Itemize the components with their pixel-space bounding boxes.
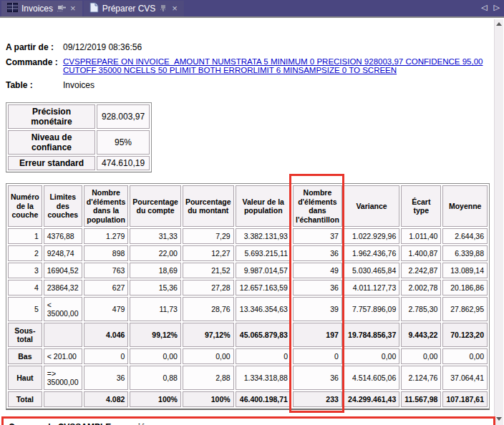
table-label: Table : (6, 80, 63, 90)
table-cell: 233 (293, 391, 342, 407)
table-cell: 16904,52 (44, 263, 82, 278)
stat-label: Précision monétaire (8, 104, 95, 129)
table-cell: 4.082 (84, 391, 129, 407)
table-cell: 9.443,22 (401, 323, 441, 347)
column-header: Nombre d'éléments dans l'échantillon (293, 185, 342, 227)
table-cell: 0 (236, 348, 291, 364)
table-cell: 39 (293, 297, 342, 321)
table-cell: 5.030.465,84 (344, 263, 399, 278)
table-cell (44, 391, 82, 407)
table-cell: 1.962.436,76 (344, 245, 399, 261)
table-cell: => 35000,00 (44, 366, 82, 390)
table-cell: 0,00 (183, 348, 234, 364)
row-label: 2 (8, 245, 42, 261)
scroll-up-icon[interactable] (496, 22, 502, 26)
table-cell: 2.124,76 (401, 366, 441, 390)
table-cell: 4.046 (84, 323, 129, 347)
document-icon (89, 2, 99, 15)
table-cell: 5.693.215,11 (236, 245, 291, 261)
pin-icon[interactable] (159, 4, 168, 14)
table-cell: 46.400.198,71 (236, 391, 291, 407)
table-cell: 27,28 (183, 280, 234, 295)
close-icon[interactable]: × (69, 5, 77, 12)
tab-preparer-cvs[interactable]: Préparer CVS × (84, 1, 184, 16)
table-cell: 3.382.131,93 (236, 228, 291, 244)
command-label: Commande : (6, 57, 63, 75)
table-cell: 4.011.127,73 (344, 280, 399, 295)
pin-icon[interactable] (57, 4, 66, 14)
from-label: A partir de : (6, 42, 63, 52)
table-cell: 23864,32 (44, 280, 82, 295)
row-label: Sous-total (8, 323, 42, 347)
table-cell: 4.514.605,06 (344, 366, 399, 390)
table-cell: 0 (84, 348, 129, 364)
table-cell: 2.002,78 (401, 280, 441, 295)
strata-table-wrap: Numéro de la coucheLimites des couchesNo… (6, 183, 500, 410)
scroll-tabs-right-icon[interactable]: ▷ (494, 3, 500, 12)
column-header: Écart type (401, 185, 441, 227)
cvsprepare-command-link[interactable]: CVSPREPARE ON INVOICE_AMOUNT NUMSTRATA 5… (63, 57, 493, 74)
table-cell: 19.784.856,37 (344, 323, 399, 347)
close-icon[interactable]: × (171, 5, 178, 12)
table-cell: 36 (293, 245, 342, 261)
table-icon (7, 3, 18, 14)
table-cell: 7,29 (183, 228, 234, 244)
table-cell: 49 (293, 263, 342, 278)
stat-label: Erreur standard (8, 156, 95, 170)
table-cell: 100% (183, 391, 234, 407)
table-cell: 197 (293, 323, 342, 347)
table-cell: 24.299.461,43 (344, 391, 399, 407)
table-cell: 31,33 (130, 228, 181, 244)
table-row: 423864,3262715,3627,2812.657.163,59364.0… (8, 280, 488, 295)
table-cell: 99,12% (130, 323, 181, 347)
column-header: Nombre d'éléments dans la population (84, 185, 129, 227)
table-cell: 1.011,40 (401, 228, 441, 244)
table-cell: 36 (293, 280, 342, 295)
table-row: 316904,5276318,6921,529.987.014,57495.03… (8, 263, 488, 278)
table-cell: 2.785,30 (401, 297, 441, 321)
tab-invoices[interactable]: Invoices × (1, 1, 82, 16)
row-label: 4 (8, 280, 42, 295)
table-cell: 100% (130, 391, 181, 407)
table-cell: 45.065.879,83 (236, 323, 291, 347)
table-cell: 2.644,36 (442, 228, 488, 244)
stats-table: Précision monétaire 928.003,97 Niveau de… (6, 102, 152, 172)
table-cell: 20.186,86 (442, 280, 488, 295)
strata-body: 14376,881.27931,337,293.382.131,93371.02… (8, 228, 488, 407)
table-row: 29248,7489822,0012,275.693.215,11361.962… (8, 245, 488, 261)
from-value: 09/12/2019 08:36:56 (63, 42, 493, 52)
scroll-down-icon[interactable] (496, 417, 502, 421)
row-label: 3 (8, 263, 42, 278)
scroll-tabs-left-icon[interactable]: ◁ (481, 3, 487, 12)
table-cell: 0,00 (401, 348, 441, 364)
table-cell: 11.567,98 (401, 391, 441, 407)
report-pane: A partir de : 09/12/2019 08:36:56 Comman… (0, 18, 504, 424)
table-value: Invoices (63, 80, 493, 90)
table-cell: 15,36 (130, 280, 181, 295)
stat-value: 928.003,97 (97, 104, 150, 129)
column-header: Pourcentage du montant (183, 185, 234, 227)
table-cell: 12,27 (183, 245, 234, 261)
column-header: Valeur de la population (236, 185, 291, 227)
table-cell: 27.862,95 (442, 297, 488, 321)
table-cell: 21,52 (183, 263, 234, 278)
table-cell: 4376,88 (44, 228, 82, 244)
table-cell: 1.400,87 (401, 245, 441, 261)
table-cell: 107.187,61 (442, 391, 488, 407)
column-header: Variance (344, 185, 399, 227)
table-cell: 22,00 (130, 245, 181, 261)
table-cell (44, 323, 82, 347)
table-cell: < 35000,00 (44, 297, 82, 321)
table-cell: 479 (84, 297, 129, 321)
table-row: Précision monétaire 928.003,97 (8, 104, 150, 129)
table-cell: 0 (293, 348, 342, 364)
vertical-scrollbar[interactable] (494, 19, 503, 425)
table-cell: 1.022.929,96 (344, 228, 399, 244)
table-cell: 0,00 (442, 348, 488, 364)
table-cell: 1.279 (84, 228, 129, 244)
column-header: Moyenne (442, 185, 488, 227)
table-row: Niveau de confiance 95% (8, 130, 150, 155)
table-cell: 0,88 (130, 366, 181, 390)
strata-table: Numéro de la coucheLimites des couchesNo… (6, 183, 490, 410)
table-cell: 70.123,20 (442, 323, 488, 347)
